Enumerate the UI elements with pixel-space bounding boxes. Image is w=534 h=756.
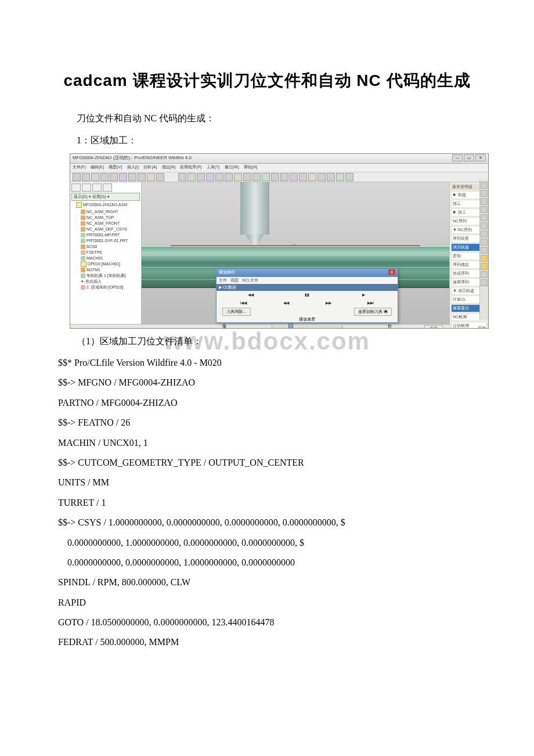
tree-item[interactable]: 车削轮廓 1 [车削轮廓] — [81, 273, 140, 279]
menu-bar: 文件(F) 编辑(E) 视图(V) 插入(I) 分析(A) 信息(N) 应用程序… — [70, 164, 488, 172]
menu-window[interactable]: 窗口(W) — [225, 164, 239, 171]
strip-icon[interactable] — [481, 198, 488, 205]
speed-slider[interactable] — [272, 324, 342, 329]
toolbar-icon[interactable] — [138, 173, 146, 181]
tree-item[interactable]: ACS0 — [81, 244, 140, 250]
tool-clearance-button[interactable]: 刀具间隙… — [222, 308, 251, 316]
code-line: 0.0000000000, 1.0000000000, 0.0000000000… — [58, 534, 476, 552]
toolbar-icon[interactable] — [336, 173, 344, 181]
tree-item[interactable]: ADTM1 — [81, 267, 140, 273]
tree-item[interactable]: NC_ASM_DEF_CSYS — [81, 226, 140, 232]
strip-icon[interactable] — [481, 279, 488, 286]
tree-item[interactable]: NC_ASM_RIGHT — [81, 209, 140, 215]
toolbar-icon[interactable] — [178, 173, 186, 181]
toolbar-icon[interactable] — [73, 173, 81, 181]
menu-help[interactable]: 帮助(H) — [244, 164, 258, 171]
menu-insert[interactable]: 插入(I) — [127, 164, 139, 171]
toolbar-icon[interactable] — [234, 173, 242, 181]
menu-info[interactable]: 信息(N) — [162, 164, 176, 171]
tree-item[interactable]: MACH01 — [81, 255, 140, 261]
tree-btn[interactable] — [71, 183, 81, 192]
step-fwd-button[interactable]: ▶▶ — [311, 301, 346, 305]
toolbar-icon[interactable] — [262, 173, 270, 181]
toolbar-icon[interactable] — [119, 173, 127, 181]
strip-icon[interactable] — [481, 206, 488, 213]
toolbar-icon[interactable] — [147, 173, 155, 181]
tree-item[interactable]: OP010 [MACH01] — [81, 261, 140, 267]
tree-item[interactable]: FSETP0 — [81, 250, 140, 255]
toolbar-icon[interactable] — [280, 173, 288, 181]
toolbar-icon[interactable] — [243, 173, 251, 181]
toolbar-icon[interactable] — [271, 173, 279, 181]
pause-button[interactable]: ▮▮ — [290, 293, 324, 297]
toolbar-icon[interactable] — [299, 173, 307, 181]
play-path-dialog[interactable]: 播放路径 ✕ 文件 视图 NCL文件 ▶ CL数据 ◀◀ ▮▮ ▶ — [216, 268, 398, 323]
place-tool-button[interactable]: 放置切削刀具 ▣ — [354, 308, 392, 316]
menu-view[interactable]: 视图(V) — [109, 164, 122, 171]
close-button[interactable]: ✕ — [475, 154, 486, 161]
toolbar-icon[interactable] — [128, 173, 136, 181]
dialog-menu-view[interactable]: 视图 — [230, 278, 239, 283]
toolbar-icon[interactable] — [290, 173, 298, 181]
toolbar-icon[interactable] — [317, 173, 326, 181]
toolbar-icon[interactable] — [197, 173, 205, 181]
menu-tools[interactable]: 工具(T) — [207, 164, 220, 171]
menu-edit[interactable]: 编辑(E) — [91, 164, 104, 171]
tree-btn[interactable] — [103, 183, 112, 192]
toolbar-icon[interactable] — [206, 173, 214, 181]
tree-item[interactable]: PRT0001-SYF-01.PRT — [81, 238, 140, 244]
strip-icon[interactable] — [481, 247, 488, 254]
strip-icon[interactable] — [481, 190, 488, 197]
tree-btn[interactable] — [92, 183, 102, 192]
toolbar-icon[interactable] — [187, 173, 196, 181]
toolbar-icon[interactable] — [215, 173, 223, 181]
toolbar-icon[interactable] — [156, 173, 164, 181]
intro-text: 刀位文件和自动 NC 代码的生成： — [58, 109, 476, 128]
toolbar-icon[interactable] — [82, 173, 90, 181]
tree-btn[interactable] — [82, 183, 91, 192]
section-1-label: 1：区域加工： — [58, 131, 476, 150]
dialog-close-button[interactable]: ✕ — [388, 269, 395, 275]
dialog-cl-bar[interactable]: ▶ CL数据 — [217, 284, 398, 291]
rewind-button[interactable]: ◀◀ — [233, 293, 268, 297]
toolbar-icon[interactable] — [225, 173, 233, 181]
strip-icon[interactable] — [481, 222, 488, 229]
skip-end-button[interactable]: ▶▶I — [353, 301, 388, 305]
dialog-menu-file[interactable]: 文件 — [219, 278, 227, 283]
skip-start-button[interactable]: I◀◀ — [226, 301, 261, 305]
strip-icon[interactable] — [481, 271, 488, 278]
code-line: RAPID — [58, 594, 476, 611]
play-button[interactable]: ▶ — [346, 293, 381, 297]
menu-file[interactable]: 文件(F) — [73, 164, 86, 171]
toolbar-icon[interactable] — [308, 173, 316, 181]
tree-item[interactable]: NC_ASM_TOP — [81, 215, 140, 221]
strip-icon[interactable] — [481, 231, 488, 237]
strip-icon[interactable] — [481, 255, 488, 262]
code-line: SPINDL / RPM, 800.000000, CLW — [58, 574, 476, 591]
dialog-close-bottom[interactable]: 关闭 — [424, 325, 443, 329]
menu-apps[interactable]: 应用程序(P) — [180, 164, 201, 171]
tree-selector[interactable]: 显示(D) ▾ 设置(G) ▾ — [71, 193, 140, 201]
strip-icon[interactable] — [481, 263, 488, 270]
toolbar-icon[interactable] — [100, 173, 109, 181]
maximize-button[interactable]: ▭ — [464, 154, 474, 161]
toolbar-icon[interactable] — [327, 173, 335, 181]
strip-icon[interactable] — [481, 239, 488, 246]
tree-item[interactable]: NC_ASM_FRONT — [81, 221, 140, 226]
toolbar-icon[interactable] — [345, 173, 353, 181]
dialog-menu-ncl[interactable]: NCL文件 — [242, 278, 258, 283]
toolbar-icon[interactable] — [252, 173, 261, 181]
viewport-3d[interactable]: ▸ 播放路径 ✕ 文件 视图 NCL文件 ▶ CL — [142, 182, 449, 324]
strip-icon[interactable] — [481, 214, 488, 221]
tree-item[interactable]: ✦ 在此插入 — [81, 279, 140, 285]
strip-icon[interactable] — [481, 182, 488, 189]
model-tree[interactable]: 显示(D) ▾ 设置(G) ▾ MFG0004-ZHIZAO.ASM NC_AS… — [70, 182, 142, 324]
toolbar-icon[interactable] — [91, 173, 99, 181]
menu-analysis[interactable]: 分析(A) — [143, 164, 157, 171]
tree-item[interactable]: 1: 区域车削 [OP010] — [81, 285, 140, 290]
step-back-button[interactable]: ◀◀ — [269, 301, 304, 305]
tree-root[interactable]: MFG0004-ZHIZAO.ASM — [76, 202, 140, 208]
tree-item[interactable]: PRT0001-MP.PRT — [81, 232, 140, 238]
minimize-button[interactable]: — — [452, 154, 463, 161]
toolbar-icon[interactable] — [110, 173, 118, 181]
